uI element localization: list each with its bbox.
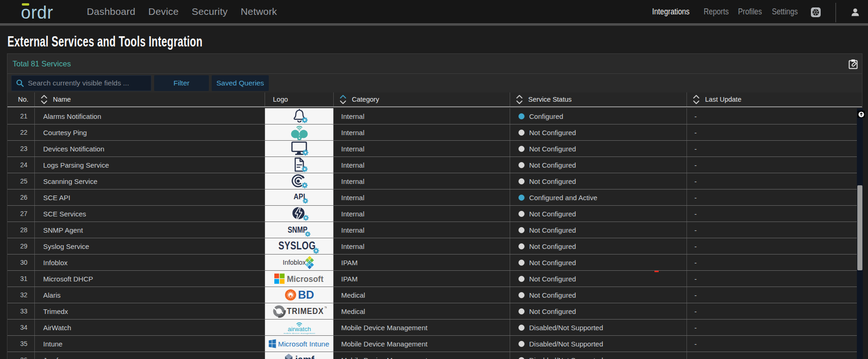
nav-item-dashboard[interactable]: Dashboard bbox=[87, 6, 136, 17]
cell-name: Jamf bbox=[35, 352, 265, 359]
svg-text:airwatch: airwatch bbox=[287, 326, 311, 333]
column-header-logo: Logo bbox=[265, 92, 334, 106]
nav-item-integrations[interactable]: Integrations bbox=[652, 7, 689, 17]
table-row[interactable]: 21 Alarms Notification Internal Configur… bbox=[7, 108, 862, 124]
cell-category: Internal bbox=[334, 108, 510, 124]
cell-last-update: - bbox=[687, 173, 862, 189]
table-row[interactable]: 28 SNMP Agent SNMP Internal Not Configur… bbox=[7, 222, 862, 238]
cell-name: Logs Parsing Service bbox=[35, 157, 265, 173]
cell-category: IPAM bbox=[334, 255, 510, 270]
table-row[interactable]: 31 Microsoft DHCP Microsoft IPAM Not Con… bbox=[7, 271, 862, 287]
table-row[interactable]: 25 Scanning Service Internal Not Configu… bbox=[7, 173, 862, 189]
cell-name: Intune bbox=[35, 336, 265, 352]
cell-no: 21 bbox=[7, 108, 35, 124]
cell-no: 30 bbox=[7, 255, 35, 270]
cell-category: Internal bbox=[334, 157, 510, 173]
cell-name: Scanning Service bbox=[35, 173, 265, 189]
user-icon bbox=[851, 8, 860, 17]
logs-parsing-logo bbox=[289, 157, 310, 172]
nav-item-reports[interactable]: Reports bbox=[704, 7, 729, 17]
cell-last-update: - bbox=[687, 141, 862, 157]
nav-item-profiles[interactable]: Profiles bbox=[738, 7, 762, 17]
cell-last-update: - bbox=[687, 238, 862, 254]
cell-category: Mobile Device Management bbox=[334, 336, 510, 352]
user-menu[interactable] bbox=[851, 8, 860, 17]
cell-logo: Microsoft Intune bbox=[265, 336, 334, 352]
search-input[interactable] bbox=[28, 79, 144, 87]
status-dot bbox=[518, 227, 525, 233]
cell-category: Internal bbox=[334, 206, 510, 222]
svg-text:Microsoft Intune: Microsoft Intune bbox=[278, 340, 329, 348]
status-dot bbox=[518, 357, 525, 359]
nav-item-network[interactable]: Network bbox=[240, 6, 277, 17]
table-row[interactable]: 26 SCE API API Internal Configured and A… bbox=[7, 189, 862, 206]
cell-logo: TRIMEDX TM bbox=[265, 303, 334, 319]
status-dot bbox=[518, 243, 525, 249]
total-services-label: Total 81 Services bbox=[13, 59, 71, 68]
table-row[interactable]: 22 Courtesy Ping Internal Not Configured… bbox=[7, 124, 862, 141]
table-row[interactable]: 30 Infoblox Infoblox IPAM Not Configured bbox=[7, 255, 862, 271]
table-row[interactable]: 35 Intune Microsoft Intune Mobile Device… bbox=[7, 336, 862, 352]
cell-no: 23 bbox=[7, 141, 35, 157]
cell-logo: Microsoft bbox=[265, 271, 334, 287]
svg-text:jamf: jamf bbox=[295, 354, 314, 359]
column-header-last-update[interactable]: Last Update bbox=[687, 92, 862, 106]
svg-text:SYSLOG: SYSLOG bbox=[278, 240, 315, 252]
table-row[interactable]: 34 AirWatch airwatch mobile device manag… bbox=[7, 320, 862, 336]
svg-text:TM: TM bbox=[324, 306, 327, 309]
nav-item-settings[interactable]: Settings bbox=[772, 7, 798, 17]
cell-no: 35 bbox=[7, 336, 35, 352]
sort-control-service-status[interactable] bbox=[516, 95, 523, 104]
table-row[interactable]: 27 SCE Services Internal Not Configured … bbox=[7, 206, 862, 222]
table-row[interactable]: 32 Alaris BD Medical Not Configured - bbox=[7, 287, 862, 303]
cell-service-status: Not Configured bbox=[510, 173, 687, 189]
search-box bbox=[11, 75, 151, 91]
table-row[interactable]: 29 Syslog Service SYSLOG Internal Not Co… bbox=[7, 238, 862, 255]
copy-link-icon[interactable] bbox=[849, 59, 858, 69]
saved-queries-button[interactable]: Saved Queries bbox=[212, 75, 269, 91]
filter-button[interactable]: Filter bbox=[154, 75, 209, 91]
cell-service-status: Not Configured bbox=[510, 206, 687, 222]
cell-last-update: - bbox=[687, 352, 862, 359]
scrollbar-thumb[interactable] bbox=[857, 185, 862, 270]
cell-category: Internal bbox=[334, 189, 510, 205]
scanning-service-logo bbox=[289, 174, 310, 189]
cell-last-update: - bbox=[687, 189, 862, 205]
column-header-service-status[interactable]: Service Status bbox=[510, 92, 687, 106]
sort-control-last-update[interactable] bbox=[693, 95, 700, 104]
cell-last-update: - bbox=[687, 271, 862, 287]
table-row[interactable]: 36 Jamf jamf Mobile Device Management Di… bbox=[7, 352, 862, 359]
nav-item-security[interactable]: Security bbox=[192, 6, 227, 17]
cell-category: Internal bbox=[334, 238, 510, 254]
vertical-scrollbar[interactable] bbox=[857, 108, 863, 359]
top-navbar: ordr Dashboard Device Security Network I… bbox=[0, 0, 868, 23]
column-header-name[interactable]: Name bbox=[35, 92, 265, 106]
devices-notification-logo bbox=[289, 141, 310, 156]
microsoft-logo: Microsoft bbox=[273, 273, 325, 285]
cell-service-status: Not Configured bbox=[510, 255, 687, 270]
status-dot bbox=[518, 130, 525, 136]
cell-no: 33 bbox=[7, 303, 35, 319]
ordr-logo[interactable]: ordr bbox=[21, 3, 53, 22]
cell-logo bbox=[265, 124, 334, 140]
cell-name: SNMP Agent bbox=[35, 222, 265, 238]
sort-control-name[interactable] bbox=[41, 95, 47, 104]
svg-text:Infoblox: Infoblox bbox=[283, 259, 306, 267]
navbar-bottom-strip bbox=[0, 23, 868, 26]
cell-category: Internal bbox=[334, 173, 510, 189]
capture-button[interactable] bbox=[811, 7, 821, 17]
cell-logo: Infoblox bbox=[265, 255, 334, 270]
nav-item-device[interactable]: Device bbox=[149, 6, 179, 17]
status-dot bbox=[518, 292, 525, 298]
cell-service-status: Not Configured bbox=[510, 271, 687, 287]
ordr-logo-macron bbox=[22, 3, 29, 6]
table-row[interactable]: 33 Trimedx TRIMEDX TM Medical Not Config… bbox=[7, 303, 862, 320]
panel-header: Total 81 Services bbox=[7, 54, 862, 74]
table-row[interactable]: 23 Devices Notification Internal Not Con… bbox=[7, 141, 862, 157]
table-header-row: No. Name Logo Category Service Status bbox=[7, 92, 862, 107]
cell-service-status: Configured and Active bbox=[510, 189, 687, 205]
table-row[interactable]: 24 Logs Parsing Service Internal Not Con… bbox=[7, 157, 862, 173]
scroll-to-top-button[interactable] bbox=[857, 111, 865, 118]
sort-control-category-ascending[interactable] bbox=[340, 95, 346, 104]
column-header-category[interactable]: Category bbox=[334, 92, 510, 106]
